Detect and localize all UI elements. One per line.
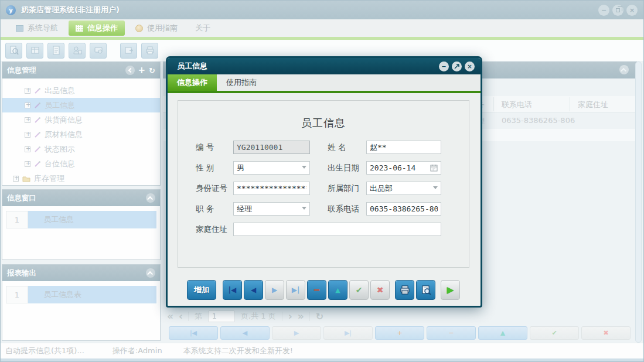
page-first-button[interactable]: « [167,310,173,322]
wand-icon [34,146,41,153]
status-message: 本系统支持二次开发和全新开发! [183,346,293,356]
expand-icon[interactable] [25,146,30,152]
calendar-icon[interactable] [430,164,438,172]
search-icon [9,46,19,55]
status-bar: 自动提示信息(共1项)... 操作者:Admin 本系统支持二次开发和全新开发! [1,343,643,358]
tree-item-inventory-manage[interactable]: 库存管理 [2,171,160,186]
menu-bar: 系统导航 信息操作 使用指南 关于 [1,19,643,37]
name-field[interactable] [366,141,441,154]
employee-info-dialog: 员工信息 − × 信息操作 使用指南 员工信息 编 号 姓 名 [166,56,482,308]
wand-icon [34,102,41,109]
info-tree: 出品信息 员工信息 供货商信息 原材料信息 状态图示 [2,78,160,189]
grid-cancel-button[interactable]: ✖ [581,326,631,340]
page-last-button[interactable]: » [298,310,304,322]
tree-item-supplier-info[interactable]: 供货商信息 [2,112,160,127]
menu-about[interactable]: 关于 [188,21,217,36]
expand-icon[interactable] [13,176,19,182]
collapse-icon[interactable] [146,268,155,278]
print-button[interactable] [395,280,414,300]
minimize-icon[interactable]: − [598,5,609,16]
page-number-input[interactable]: 1 [208,310,235,322]
info-window-item[interactable]: 1 员工信息 [6,211,156,228]
data-table-button[interactable] [26,43,43,59]
report-output-item[interactable]: 1 员工信息表 [6,286,156,303]
confirm-button[interactable]: ✔ [349,280,369,300]
phone-field[interactable] [366,202,441,216]
id-number-field[interactable] [233,182,310,195]
menu-info-operation[interactable]: 信息操作 [69,21,125,36]
dialog-resize-icon[interactable] [452,62,462,71]
export-icon [124,46,134,55]
export-document-button[interactable] [120,43,137,59]
expand-icon[interactable] [25,132,30,138]
folder-icon [22,175,30,182]
vertical-scrollbar[interactable] [635,62,642,343]
monitor-view-button[interactable] [90,43,107,59]
tree-item-material-info[interactable]: 原材料信息 [2,127,160,142]
menu-user-guide[interactable]: 使用指南 [128,21,185,36]
chevron-down-icon [302,166,306,169]
cancel-button[interactable]: ✖ [370,280,390,300]
user-manage-button[interactable] [69,43,86,59]
last-record-button[interactable]: ▶| [286,280,305,300]
id-number-label: 身份证号 [196,183,233,194]
name-label: 姓 名 [328,142,366,153]
app-window: y 奶茶店管理系统(非注册用户) − × 系统导航 信息操作 使用指南 关于 [0,0,644,362]
refresh-icon[interactable]: ↻ [316,311,323,322]
printer-button[interactable] [141,43,158,59]
address-field[interactable] [233,223,441,236]
tree-item-product-info[interactable]: 出品信息 [2,83,160,98]
tab-user-guide[interactable]: 使用指南 [217,74,266,91]
expand-icon[interactable] [25,117,30,123]
col-phone: 联系电话 [502,100,532,110]
dialog-minimize-icon[interactable]: − [439,62,449,71]
department-select[interactable]: 出品部 [366,182,441,195]
grid-icon [76,25,83,32]
grid-first-button[interactable]: |◀ [169,326,218,340]
first-record-button[interactable]: |◀ [223,280,242,300]
page-prev-button[interactable]: ‹ [179,310,182,322]
dialog-close-icon[interactable]: × [465,62,475,71]
page-label: 第 [195,311,202,322]
expand-icon[interactable] [25,88,30,94]
grid-ok-button[interactable]: ✔ [530,326,579,340]
window-title: 奶茶店管理系统(非注册用户) [21,5,120,15]
run-button[interactable]: ▶ [441,280,460,300]
next-record-button[interactable]: ▶ [265,280,284,300]
birth-date-field[interactable]: 2023-06-14 [366,161,441,175]
dialog-title-bar[interactable]: 员工信息 − × [168,58,481,74]
document-button[interactable] [47,43,64,59]
gender-select[interactable]: 男 [233,161,310,175]
menu-system-nav[interactable]: 系统导航 [9,21,65,36]
print-preview-button[interactable] [416,280,435,300]
page-next-button[interactable]: › [288,310,292,322]
edit-record-button[interactable]: ▲ [328,280,347,300]
collapse-icon[interactable] [146,193,155,203]
birth-label: 出生日期 [328,163,366,173]
restore-icon[interactable] [612,5,623,16]
tab-info-operation[interactable]: 信息操作 [168,74,217,91]
grid-edit-button[interactable]: ▲ [478,326,527,340]
clock-icon [135,25,143,32]
collapse-left-icon[interactable] [125,66,135,75]
tree-item-employee-info[interactable]: 员工信息 [2,98,160,112]
info-manage-panel: 信息管理 + ↻ 出品信息 员工信息 供货商信息 [2,62,161,186]
grid-last-button[interactable]: ▶| [323,326,373,340]
grid-delete-button[interactable]: − [427,326,476,340]
tree-item-table-info[interactable]: 台位信息 [2,156,160,171]
close-icon[interactable]: × [626,5,638,16]
expand-icon[interactable] [25,161,30,167]
add-icon[interactable]: + [138,66,146,75]
delete-record-button[interactable]: − [307,280,326,300]
tree-item-status-chart[interactable]: 状态图示 [2,142,160,156]
prev-record-button[interactable]: ◀ [244,280,263,300]
position-select[interactable]: 经理 [233,202,310,216]
grid-next-button[interactable]: ▶ [272,326,321,340]
grid-add-button[interactable]: + [375,326,424,340]
collapse-icon[interactable] [619,65,629,74]
expand-icon[interactable] [25,103,30,108]
refresh-icon[interactable]: ↻ [149,66,155,75]
grid-prev-button[interactable]: ◀ [220,326,270,340]
add-button[interactable]: 增加 [187,280,216,300]
search-document-button[interactable] [5,43,22,59]
